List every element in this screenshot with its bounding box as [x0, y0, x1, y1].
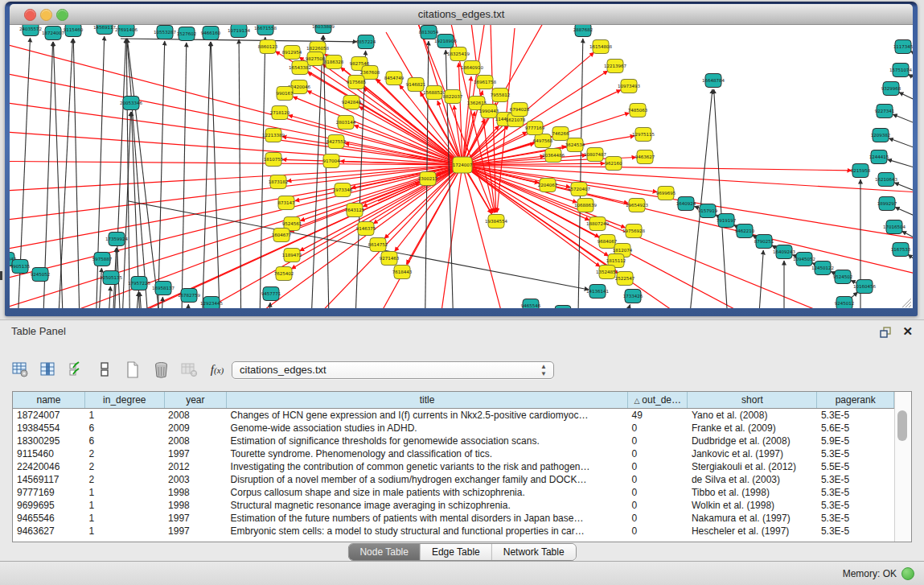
network-node[interactable]: 10945052	[793, 253, 815, 266]
network-node[interactable]: 12975115	[632, 128, 655, 142]
network-node[interactable]: 1873182	[269, 175, 289, 189]
network-node[interactable]: 9466160	[201, 27, 221, 40]
network-node[interactable]: 15751074	[889, 64, 912, 77]
network-node[interactable]: 2803144	[336, 116, 356, 130]
network-node[interactable]: 10553287	[154, 26, 176, 39]
network-node[interactable]: 9157919	[698, 204, 718, 218]
network-node[interactable]: 18300295	[552, 306, 574, 309]
network-node[interactable]: 2204067	[538, 179, 558, 192]
network-node[interactable]: 24035572	[19, 25, 42, 36]
network-node[interactable]: 1810755	[264, 153, 284, 167]
network-node[interactable]: 18807249	[586, 217, 609, 231]
network-node[interactable]: 917004	[323, 154, 340, 168]
network-node[interactable]: 9827508	[306, 52, 326, 66]
network-node[interactable]: 16958137	[152, 282, 175, 295]
table-source-dropdown[interactable]: citations_edges.txt ▲▼	[232, 361, 554, 379]
network-node[interactable]: 7485063	[628, 104, 648, 117]
tab-node-table[interactable]: Node Table	[348, 544, 420, 560]
network-node[interactable]: 9462210	[735, 225, 755, 238]
network-node[interactable]: 1117345	[893, 40, 913, 54]
network-node[interactable]: 27691406	[115, 25, 138, 37]
network-node[interactable]: 10973493	[618, 80, 640, 93]
window-title-bar[interactable]: citations_edges.txt	[10, 4, 913, 25]
network-node[interactable]: 1899297	[877, 197, 897, 211]
network-node[interactable]: 7643125	[345, 204, 365, 217]
network-node[interactable]: 1724007	[453, 157, 473, 173]
network-node[interactable]: 9146821	[406, 78, 426, 92]
network-node[interactable]: 9245012	[835, 297, 855, 309]
merge-rows-button[interactable]	[96, 360, 113, 378]
network-node[interactable]: 7955812	[491, 89, 511, 102]
network-node[interactable]: 8186328	[324, 56, 344, 69]
network-node[interactable]: 1733426	[623, 290, 643, 303]
network-node[interactable]: 14136141	[586, 285, 609, 299]
network-node[interactable]: 2718120	[270, 106, 290, 120]
network-node[interactable]: 9271463	[380, 252, 400, 266]
delete-table-button-disabled[interactable]	[180, 360, 198, 378]
network-node[interactable]: 19756928	[622, 225, 645, 238]
table-row[interactable]: 977716911998Corpus callosum shape and si…	[13, 486, 894, 499]
network-node[interactable]: 8813054	[419, 26, 439, 39]
table-row[interactable]: 1872400712008Changes of HCN gene express…	[13, 409, 894, 422]
network-node[interactable]: 19384554	[485, 215, 507, 229]
network-node[interactable]: 6497568	[533, 134, 553, 148]
network-node[interactable]: 9115460	[64, 25, 84, 37]
column-header-in_degree[interactable]: in_degree	[85, 392, 165, 409]
network-node[interactable]: 3624534	[565, 138, 585, 152]
table-row[interactable]: 1456911722003Disruption of a novel membe…	[13, 473, 894, 486]
network-node[interactable]: 10719134	[228, 25, 250, 38]
close-panel-icon[interactable]: ✕	[902, 324, 913, 339]
network-node[interactable]: 16543382	[289, 61, 311, 75]
network-node[interactable]: 7625402	[274, 267, 294, 281]
network-node[interactable]: 10807487	[584, 148, 606, 162]
network-node[interactable]: 2300217	[418, 172, 438, 186]
network-node[interactable]: 7618443	[392, 266, 413, 279]
select-columns-button[interactable]	[68, 360, 85, 378]
network-node[interactable]: 1527602	[177, 27, 197, 41]
table-scrollbar-thumb[interactable]	[897, 410, 907, 441]
network-node[interactable]: 15720407	[568, 183, 590, 196]
network-node[interactable]: 1244415	[869, 150, 889, 164]
network-node[interactable]: 9175685	[347, 76, 367, 89]
network-node[interactable]: 2887682	[573, 25, 593, 37]
network-node[interactable]: 873147	[278, 196, 295, 210]
network-node[interactable]: 18325419	[447, 47, 470, 61]
network-node[interactable]: 16033809	[312, 25, 335, 34]
network-node[interactable]: 16671558	[254, 25, 277, 35]
function-builder-button[interactable]: f(x)	[208, 360, 226, 378]
float-panel-icon[interactable]	[879, 327, 892, 338]
table-row[interactable]: 1830029562008Estimation of significance …	[13, 435, 894, 447]
table-row[interactable]: 946554611997Estimation of the future num…	[13, 512, 894, 525]
network-node[interactable]: 746266	[552, 127, 569, 141]
network-node[interactable]: 19654923	[626, 199, 648, 212]
table-row[interactable]: 1938455462009Genome-wide association stu…	[13, 422, 894, 435]
delete-column-trash-button[interactable]	[152, 360, 170, 378]
network-node[interactable]: 18640910	[461, 61, 483, 75]
network-node[interactable]: 9463627	[635, 150, 655, 164]
network-node[interactable]: 9227341	[875, 105, 895, 118]
table-mode-button[interactable]	[11, 360, 29, 378]
network-node[interactable]: 9245052	[31, 268, 51, 282]
network-node[interactable]: 6794028	[510, 103, 530, 117]
table-row[interactable]: 946362711997Embryonic stem cells: a mode…	[13, 525, 894, 538]
network-node[interactable]: 17016504	[883, 220, 906, 234]
network-node[interactable]: 9905135	[10, 260, 31, 274]
network-node[interactable]: 16782759	[178, 289, 200, 303]
network-node[interactable]: 8215958	[851, 164, 871, 178]
column-header-title[interactable]: title	[227, 392, 628, 409]
network-node[interactable]: 16961758	[474, 76, 496, 89]
network-node[interactable]: 8822037	[443, 90, 463, 104]
network-node[interactable]: 20364486	[542, 149, 565, 163]
network-node[interactable]: 8454749	[384, 72, 405, 85]
network-node[interactable]: 990167	[277, 87, 294, 101]
tab-network-table[interactable]: Network Table	[491, 544, 576, 560]
table-row[interactable]: 911546021997Tourette syndrome. Phenomeno…	[13, 447, 894, 460]
network-node[interactable]: 8790251	[754, 235, 774, 249]
network-node[interactable]: 8614752	[368, 238, 388, 252]
network-node[interactable]: 9699695	[656, 187, 676, 200]
network-node[interactable]: 962160	[606, 157, 622, 171]
tab-edge-table[interactable]: Edge Table	[420, 544, 491, 560]
column-header-name[interactable]: name	[13, 392, 85, 409]
network-node[interactable]: 12505135	[100, 271, 122, 285]
resize-grip[interactable]	[902, 299, 911, 307]
